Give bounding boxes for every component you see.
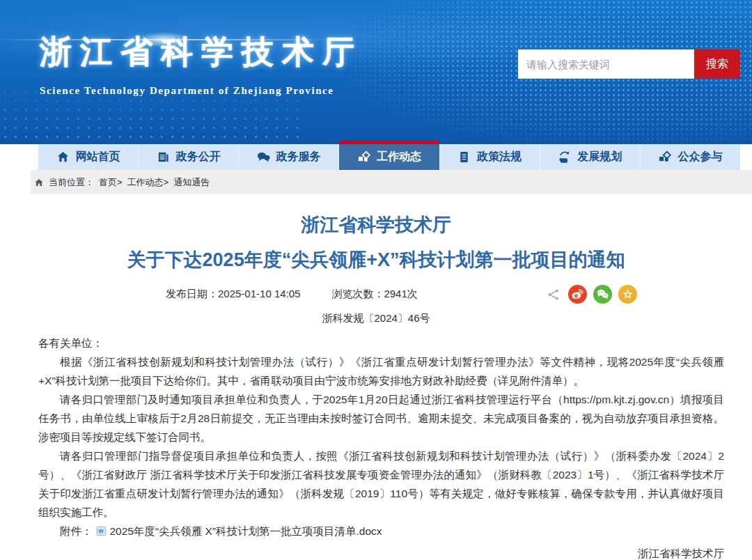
- news-icon: [157, 150, 170, 164]
- article-title-line2: 关于下达2025年度“尖兵领雁+X”科技计划第一批项目的通知: [28, 247, 724, 272]
- share-icon[interactable]: [547, 288, 560, 301]
- breadcrumb-link-home[interactable]: 首页>: [99, 176, 123, 189]
- paragraph: 请各归口管理部门指导督促项目承担单位和负责人，按照《浙江省科技创新规划和科技计划…: [38, 446, 724, 522]
- publish-date: 发布日期：2025-01-10 14:05: [166, 288, 300, 301]
- nav-item-label: 政务公开: [176, 150, 221, 164]
- attachment-label: 附件：: [60, 522, 93, 540]
- attachment-row: 附件： 2025年度“尖兵领雁 X”科技计划第一批立项项目清单.docx: [38, 522, 724, 540]
- article: 浙江省科学技术厅 关于下达2025年度“尖兵领雁+X”科技计划第一批项目的通知 …: [0, 212, 752, 560]
- document-number: 浙科发规〔2024〕46号: [28, 311, 724, 325]
- breadcrumb-link-work-updates[interactable]: 工作动态>: [127, 176, 169, 189]
- search-input[interactable]: [518, 49, 694, 79]
- view-count: 浏览次数：2941次: [331, 288, 417, 301]
- search-button[interactable]: 搜索: [694, 49, 740, 79]
- nav-item-gov-disclosure[interactable]: 政务公开: [139, 144, 239, 170]
- nav-item-label: 工作动态: [377, 150, 421, 164]
- share-bar: [547, 285, 637, 304]
- signature-org: 浙江省科学技术厅: [28, 543, 724, 560]
- hand-progress-icon: [558, 150, 571, 164]
- nav-item-development-planning[interactable]: 发展规划: [540, 144, 641, 170]
- attachment-link[interactable]: 2025年度“尖兵领雁 X”科技计划第一批立项项目清单.docx: [110, 522, 382, 540]
- article-body: 各有关单位： 根据《浙江省科技创新规划和科技计划管理办法（试行）》《浙江省重点研…: [38, 334, 724, 540]
- wechat-icon[interactable]: [593, 285, 612, 304]
- chat-bubbles-icon: [257, 150, 270, 164]
- nav-item-label: 发展规划: [577, 150, 622, 164]
- site-header: 浙江省科学技术厅 Science Technology Department o…: [0, 0, 752, 144]
- weibo-icon[interactable]: [568, 285, 587, 304]
- article-title-line1: 浙江省科学技术厅: [28, 212, 724, 238]
- nav-item-label: 政策法规: [477, 150, 522, 164]
- home-icon: [34, 178, 44, 187]
- blocks-icon: [357, 150, 370, 164]
- breadcrumb-link-notices[interactable]: 通知通告: [173, 176, 210, 189]
- nav-item-gov-services[interactable]: 政务服务: [239, 144, 339, 170]
- signature-block: 浙江省科学技术厅 2024年12月31日: [28, 543, 724, 560]
- main-nav: 网站首页 政务公开 政务服务 工作动态 政策法规 发展规划 公众参与: [38, 144, 740, 170]
- nav-item-label: 网站首页: [76, 150, 120, 164]
- nav-item-label: 公众参与: [677, 150, 722, 164]
- article-meta: 发布日期：2025-01-10 14:05 浏览次数：2941次: [28, 285, 724, 304]
- paragraph: 请各归口管理部门及时通知项目承担单位和负责人，于2025年1月20日起通过浙江省…: [38, 390, 724, 446]
- breadcrumb-prefix: 当前位置：: [49, 176, 94, 189]
- word-doc-icon: [96, 526, 107, 536]
- document-lines-icon: [457, 150, 471, 164]
- nav-item-public-participation[interactable]: 公众参与: [641, 144, 740, 170]
- blocks-icon: [658, 150, 671, 164]
- nav-item-home[interactable]: 网站首页: [38, 144, 139, 170]
- search-box: 搜索: [518, 49, 740, 79]
- nav-item-label: 政务服务: [276, 150, 321, 164]
- nav-item-policies[interactable]: 政策法规: [440, 144, 540, 170]
- nav-item-work-updates[interactable]: 工作动态: [339, 144, 439, 170]
- site-logo: 浙江省科学技术厅 Science Technology Department o…: [40, 31, 363, 97]
- breadcrumb: 当前位置： 首页> 工作动态> 通知通告: [31, 170, 752, 194]
- site-title: 浙江省科学技术厅: [40, 31, 363, 74]
- salutation: 各有关单位：: [38, 334, 724, 352]
- site-subtitle: Science Technology Department of Zhejian…: [40, 85, 363, 97]
- paragraph: 根据《浙江省科技创新规划和科技计划管理办法（试行）》《浙江省重点研发计划暂行管理…: [38, 352, 724, 390]
- home-icon: [56, 150, 70, 164]
- qzone-star-icon[interactable]: [618, 285, 637, 304]
